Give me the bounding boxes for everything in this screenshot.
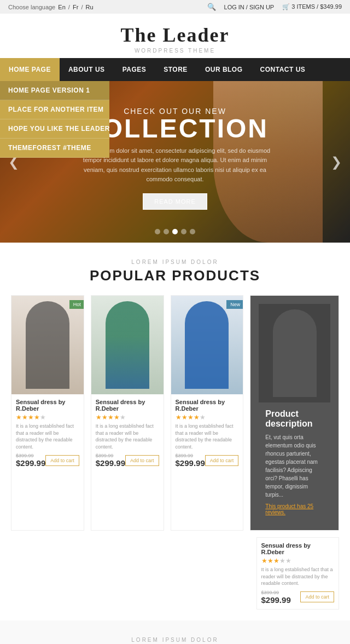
cart-price: $349.99	[320, 3, 342, 10]
product-info-3: Sensual dress by R.Deber ★★★★★ It is a l…	[171, 394, 243, 472]
hero-read-more-button[interactable]: READ MORE	[143, 193, 207, 210]
product-desc-1: It is a long established fact that a rea…	[16, 423, 79, 450]
top-bar: Choose language En / Fr / Ru 🔍 LOG IN / …	[0, 0, 350, 14]
language-selector: Choose language En / Fr / Ru	[8, 4, 95, 10]
nav-item-store[interactable]: STORE	[155, 58, 196, 81]
hero-dot-2[interactable]	[164, 229, 169, 234]
popular-products-section: LOREM IPSUM DOLOR POPULAR PRODUCTS Hot S…	[0, 243, 350, 620]
nav-item-homepage[interactable]: HOME PAGE Home Page version 1 Place for …	[0, 58, 60, 81]
product-card-2: Sensual dress by R.Deber ★★★★★ It is a l…	[91, 295, 164, 531]
product-badge-3: New	[226, 300, 243, 309]
nav-item-blog[interactable]: OUR BLOG	[196, 58, 252, 81]
top-bar-right: 🔍 LOG IN / SIGN UP 🛒 3 ITEMS / $349.99	[207, 3, 342, 11]
product-name-4: Sensual dress by R.Deber	[261, 542, 335, 555]
price-old-1: $399.99	[16, 453, 45, 458]
product-prices-4: $399.99 $299.99	[261, 590, 291, 605]
desc-card-title: Product description	[265, 409, 324, 429]
hero-dot-3[interactable]	[172, 229, 178, 234]
products-grid: Hot Sensual dress by R.Deber ★★★★★ It is…	[11, 295, 339, 531]
price-new-3: $299.99	[176, 458, 205, 468]
choose-language-label: Choose language	[8, 4, 55, 10]
product-desc-card: Product description Et, vut quis orta el…	[250, 295, 339, 531]
add-to-cart-button-1[interactable]: Add to cart	[45, 455, 79, 466]
add-to-cart-button-2[interactable]: Add to cart	[125, 455, 159, 466]
login-link[interactable]: LOG IN / SIGN UP	[224, 4, 275, 10]
lang-ru-link[interactable]: Ru	[86, 4, 94, 10]
dropdown-item-3[interactable]: ThemeForest #Theme	[0, 139, 109, 158]
product-info-1: Sensual dress by R.Deber ★★★★★ It is a l…	[11, 394, 84, 472]
latest-posts-label: LOREM IPSUM DOLOR	[11, 637, 339, 643]
desc-card-text: Et, vut quis orta elementum odio quis rh…	[265, 433, 324, 499]
latest-posts-section: LOREM IPSUM DOLOR LATEST POSTS 26 JULY T…	[0, 620, 350, 644]
popular-products-title: POPULAR PRODUCTS	[11, 267, 339, 284]
product-desc-2: It is a long established fact that a rea…	[96, 423, 159, 450]
desc-card-link[interactable]: This product has 25 reviews.	[265, 503, 324, 515]
nav-item-contact[interactable]: CONTACT US	[252, 58, 314, 81]
product-prices-1: $399.99 $299.99	[16, 453, 45, 468]
product-name-2: Sensual dress by R.Deber	[96, 399, 159, 412]
product-card-1: Hot Sensual dress by R.Deber ★★★★★ It is…	[11, 295, 84, 531]
hero-next-button[interactable]: ❯	[325, 149, 347, 175]
product-prices-2: $399.99 $299.99	[96, 453, 125, 468]
product-spacer	[11, 537, 256, 610]
product-desc-4: It is a long established fact that a rea…	[261, 566, 335, 587]
product-image-3: New	[171, 296, 243, 394]
add-to-cart-button-4[interactable]: Add to cart	[300, 591, 334, 602]
price-old-2: $399.99	[96, 453, 125, 458]
dropdown-item-2[interactable]: Hope you like The Leader	[0, 119, 109, 139]
add-to-cart-button-3[interactable]: Add to cart	[205, 455, 239, 466]
main-nav: HOME PAGE Home Page version 1 Place for …	[0, 58, 350, 81]
product-figure-2	[106, 301, 149, 389]
hero-dot-1[interactable]	[155, 229, 160, 234]
product-price-row-3: $399.99 $299.99 Add to cart	[176, 453, 239, 468]
product-price-row-1: $399.99 $299.99 Add to cart	[16, 453, 79, 468]
product-price-row-4: $399.99 $299.99 Add to cart	[261, 590, 335, 605]
search-icon[interactable]: 🔍	[207, 3, 216, 11]
nav-dropdown: Home Page version 1 Place for another it…	[0, 81, 109, 158]
dropdown-item-1[interactable]: Place for another item	[0, 100, 109, 119]
dropdown-item-0[interactable]: Home Page version 1	[0, 81, 109, 100]
desc-card-content: Product description Et, vut quis orta el…	[259, 403, 330, 522]
nav-item-pages[interactable]: PAGES	[114, 58, 155, 81]
desc-card-figure	[273, 309, 317, 397]
product-stars-3: ★★★★★	[176, 413, 239, 421]
product-desc-3: It is a long established fact that a rea…	[176, 423, 239, 450]
site-header: The Leader WORDPRESS THEME	[0, 14, 350, 58]
cart-info: 🛒 3 ITEMS / $349.99	[282, 3, 342, 10]
hero-dot-5[interactable]	[190, 229, 195, 234]
price-new-2: $299.99	[96, 458, 125, 468]
product-badge-1: Hot	[69, 300, 84, 309]
price-new-1: $299.99	[16, 458, 45, 468]
product-stars-4: ★★★★★	[261, 557, 335, 565]
nav-item-about[interactable]: ABOUT US	[60, 58, 114, 81]
site-tagline: WORDPRESS THEME	[0, 48, 350, 54]
product-name-3: Sensual dress by R.Deber	[176, 399, 239, 412]
desc-card-image	[259, 304, 330, 403]
product-bottom-row: Sensual dress by R.Deber ★★★★★ It is a l…	[11, 537, 339, 610]
site-title: The Leader	[0, 24, 350, 47]
product-image-1: Hot	[11, 296, 84, 394]
product-card-3: New Sensual dress by R.Deber ★★★★★ It is…	[171, 295, 244, 531]
product-image-2	[91, 296, 164, 394]
lang-en-link[interactable]: En	[58, 4, 65, 10]
hero-dot-4[interactable]	[181, 229, 186, 234]
price-old-3: $399.99	[176, 453, 205, 458]
price-old-4: $399.99	[261, 590, 291, 595]
popular-products-label: LOREM IPSUM DOLOR	[11, 259, 339, 265]
product-price-row-2: $399.99 $299.99 Add to cart	[96, 453, 159, 468]
hero-dots	[155, 229, 195, 234]
product-prices-3: $399.99 $299.99	[176, 453, 205, 468]
product-figure-3	[185, 301, 229, 389]
price-new-4: $299.99	[261, 595, 291, 605]
lang-fr-link[interactable]: Fr	[73, 4, 78, 10]
product-stars-1: ★★★★★	[16, 413, 79, 421]
product-info-2: Sensual dress by R.Deber ★★★★★ It is a l…	[91, 394, 164, 472]
product-name-1: Sensual dress by R.Deber	[16, 399, 79, 412]
product-card-4: Sensual dress by R.Deber ★★★★★ It is a l…	[256, 537, 340, 610]
product-stars-2: ★★★★★	[96, 413, 159, 421]
product-info-4: Sensual dress by R.Deber ★★★★★ It is a l…	[257, 538, 339, 609]
cart-count: 3 ITEMS	[291, 3, 315, 10]
product-figure-1	[26, 301, 69, 389]
